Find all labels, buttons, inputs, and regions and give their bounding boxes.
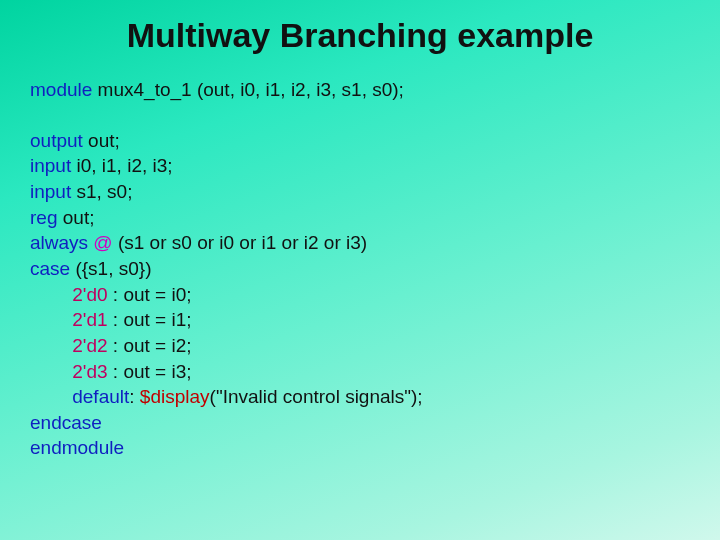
keyword-default: default — [72, 386, 129, 407]
reg-decl: out; — [57, 207, 94, 228]
case-branch-1: : out = i1; — [108, 309, 192, 330]
output-decl: out; — [83, 130, 120, 151]
case-branch-2: : out = i2; — [108, 335, 192, 356]
code-block: module mux4_to_1 (out, i0, i1, i2, i3, s… — [30, 77, 690, 462]
literal-d3: 2'd3 — [72, 361, 107, 382]
case-branch-3: : out = i3; — [108, 361, 192, 382]
display-args: ("Invalid control signals"); — [210, 386, 423, 407]
case-condition: ({s1, s0}) — [70, 258, 151, 279]
keyword-input: input — [30, 155, 71, 176]
literal-d0: 2'd0 — [72, 284, 107, 305]
keyword-output: output — [30, 130, 83, 151]
keyword-module: module — [30, 79, 92, 100]
keyword-case: case — [30, 258, 70, 279]
default-colon: : — [129, 386, 140, 407]
at-operator: @ — [93, 232, 112, 253]
keyword-endcase: endcase — [30, 412, 102, 433]
keyword-always: always — [30, 232, 88, 253]
module-declaration: mux4_to_1 (out, i0, i1, i2, i3, s1, s0); — [92, 79, 404, 100]
literal-d1: 2'd1 — [72, 309, 107, 330]
slide: Multiway Branching example module mux4_t… — [0, 0, 720, 540]
literal-d2: 2'd2 — [72, 335, 107, 356]
input-decl-i: i0, i1, i2, i3; — [71, 155, 172, 176]
keyword-reg: reg — [30, 207, 57, 228]
keyword-endmodule: endmodule — [30, 437, 124, 458]
input-decl-s: s1, s0; — [71, 181, 132, 202]
keyword-input: input — [30, 181, 71, 202]
system-task-display: $display — [140, 386, 210, 407]
case-branch-0: : out = i0; — [108, 284, 192, 305]
sensitivity-list: (s1 or s0 or i0 or i1 or i2 or i3) — [113, 232, 367, 253]
slide-title: Multiway Branching example — [30, 14, 690, 57]
